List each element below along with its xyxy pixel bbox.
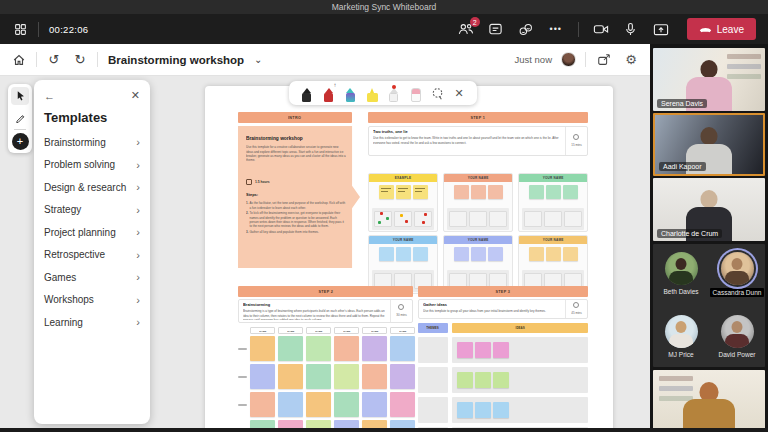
intro-section[interactable]: INTRO Brainstorming workshop Use this te… xyxy=(238,112,352,123)
step1-section[interactable]: STEP 1 Two truths, one lie Use this iceb… xyxy=(368,112,588,123)
mic-icon[interactable] xyxy=(623,21,639,37)
ideas-row[interactable] xyxy=(452,397,588,423)
sticky-note[interactable] xyxy=(457,402,473,418)
close-pen-toolbar-icon[interactable]: ✕ xyxy=(451,84,467,102)
sticky-note[interactable] xyxy=(471,185,486,199)
sticky-note[interactable] xyxy=(454,247,469,261)
video-tile-bottom[interactable] xyxy=(653,370,765,432)
sticky-note[interactable] xyxy=(390,364,415,389)
add-content-button[interactable]: + xyxy=(12,133,29,150)
redo-icon[interactable]: ↻ xyxy=(71,51,89,69)
sticky-note[interactable] xyxy=(362,336,387,361)
sticky-note[interactable] xyxy=(250,364,275,389)
template-category-workshops[interactable]: Workshops› xyxy=(44,289,140,312)
sticky-note[interactable] xyxy=(306,336,331,361)
sticky-note[interactable] xyxy=(493,402,509,418)
board-page[interactable]: INTRO Brainstorming workshop Use this te… xyxy=(205,86,613,432)
sticky-note[interactable] xyxy=(457,342,473,358)
video-tile-charlotte[interactable]: Charlotte de Crum xyxy=(653,178,765,241)
audio-participant-beth[interactable]: Beth Davies xyxy=(653,252,709,306)
share-board-icon[interactable] xyxy=(595,51,613,69)
galaxy-pen-icon[interactable] xyxy=(342,84,358,102)
step1-info-box[interactable]: Two truths, one lie Use this icebreaker … xyxy=(368,126,588,156)
sticky-note[interactable] xyxy=(529,185,544,199)
step3-section[interactable]: STEP 3 Gather ideas Use this template to… xyxy=(418,286,588,432)
sticky-note[interactable] xyxy=(493,372,509,388)
sticky-note[interactable] xyxy=(390,336,415,361)
sticky-note[interactable] xyxy=(413,247,428,261)
template-category-project-planning[interactable]: Project planning› xyxy=(44,221,140,244)
icebreaker-card[interactable]: YOUR NAME Vote on which one you think is… xyxy=(518,173,588,232)
template-category-games[interactable]: Games› xyxy=(44,266,140,289)
lasso-select-icon[interactable] xyxy=(429,84,445,102)
step2-info-box[interactable]: Brainstorming Brainstorming is a type of… xyxy=(238,299,413,323)
sticky-note[interactable] xyxy=(475,402,491,418)
template-category-retrospective[interactable]: Retrospective› xyxy=(44,244,140,267)
template-category-strategy[interactable]: Strategy› xyxy=(44,199,140,222)
apps-grid-icon[interactable] xyxy=(12,21,28,37)
home-icon[interactable] xyxy=(10,51,28,69)
red-arrow-pen-icon[interactable]: ↑ xyxy=(321,84,337,102)
camera-icon[interactable] xyxy=(593,21,609,37)
intro-panel[interactable]: Brainstorming workshop Use this template… xyxy=(238,126,360,268)
audio-participant-david[interactable]: David Power xyxy=(709,315,765,367)
theme-cell[interactable] xyxy=(418,367,448,393)
undo-icon[interactable]: ↺ xyxy=(45,51,63,69)
back-arrow-icon[interactable]: ← xyxy=(44,90,55,102)
icebreaker-card-example[interactable]: EXAMPLE Vote on which one you think is t… xyxy=(368,173,438,232)
chevron-down-icon[interactable]: ⌄ xyxy=(254,54,262,65)
icebreaker-card[interactable]: YOUR NAME Vote on which one you think is… xyxy=(443,173,513,232)
template-category-problem-solving[interactable]: Problem solving› xyxy=(44,154,140,177)
sticky-note[interactable] xyxy=(278,392,303,417)
sticky-note[interactable] xyxy=(306,364,331,389)
chat-icon[interactable] xyxy=(488,21,504,37)
theme-cell[interactable] xyxy=(418,337,448,363)
sticky-note[interactable] xyxy=(475,372,491,388)
sticky-note[interactable] xyxy=(334,364,359,389)
template-category-brainstorming[interactable]: Brainstorming› xyxy=(44,131,140,154)
vote-zone[interactable] xyxy=(372,208,434,230)
select-tool-icon[interactable] xyxy=(11,87,29,105)
highlighter-icon[interactable] xyxy=(364,84,380,102)
theme-cell[interactable] xyxy=(418,397,448,423)
sticky-note[interactable] xyxy=(334,336,359,361)
whiteboard-canvas[interactable]: INTRO Brainstorming workshop Use this te… xyxy=(0,76,650,432)
eraser-icon[interactable] xyxy=(408,84,424,102)
sticky-note[interactable] xyxy=(362,392,387,417)
sticky-note[interactable] xyxy=(390,392,415,417)
step2-section[interactable]: STEP 2 Brainstorming Brainstorming is a … xyxy=(238,286,413,432)
vote-cell[interactable] xyxy=(374,211,392,227)
audio-participant-cassandra-speaking[interactable]: Cassandra Dunn xyxy=(709,252,765,306)
sticky-note[interactable] xyxy=(362,364,387,389)
share-screen-icon[interactable] xyxy=(653,21,669,37)
more-options-icon[interactable]: ••• xyxy=(548,21,564,37)
black-pen-icon[interactable] xyxy=(299,84,315,102)
sticky-note[interactable] xyxy=(454,185,469,199)
leave-button[interactable]: Leave xyxy=(687,18,756,40)
settings-gear-icon[interactable]: ⚙ xyxy=(622,51,640,69)
audio-participant-mj[interactable]: MJ Price xyxy=(653,315,709,367)
board-title[interactable]: Brainstorming workshop xyxy=(108,54,244,66)
sticky-note[interactable] xyxy=(546,247,561,261)
sticky-note[interactable] xyxy=(278,364,303,389)
sticky-note[interactable] xyxy=(278,336,303,361)
audio-participants-tile[interactable]: Beth Davies Cassandra Dunn MJ Price Davi… xyxy=(653,244,765,368)
step3-info-box[interactable]: Gather ideas Use this template to group … xyxy=(418,299,588,319)
sticky-note[interactable] xyxy=(546,185,561,199)
sticky-note[interactable] xyxy=(413,185,428,199)
sticky-note[interactable] xyxy=(396,185,411,199)
sticky-note[interactable] xyxy=(529,247,544,261)
video-tile-aadi-active-speaker[interactable]: Aadi Kapoor xyxy=(653,113,765,176)
ideas-row[interactable] xyxy=(452,367,588,393)
sticky-note[interactable] xyxy=(475,342,491,358)
vote-zone[interactable] xyxy=(522,208,584,230)
sticky-note[interactable] xyxy=(563,247,578,261)
close-icon[interactable]: ✕ xyxy=(131,89,140,102)
sticky-note[interactable] xyxy=(250,392,275,417)
vote-cell[interactable] xyxy=(414,211,432,227)
sticky-note[interactable] xyxy=(334,392,359,417)
sticky-note[interactable] xyxy=(471,247,486,261)
participants-icon[interactable]: 2 xyxy=(458,21,474,37)
sticky-note[interactable] xyxy=(396,247,411,261)
sticky-note[interactable] xyxy=(379,185,394,199)
